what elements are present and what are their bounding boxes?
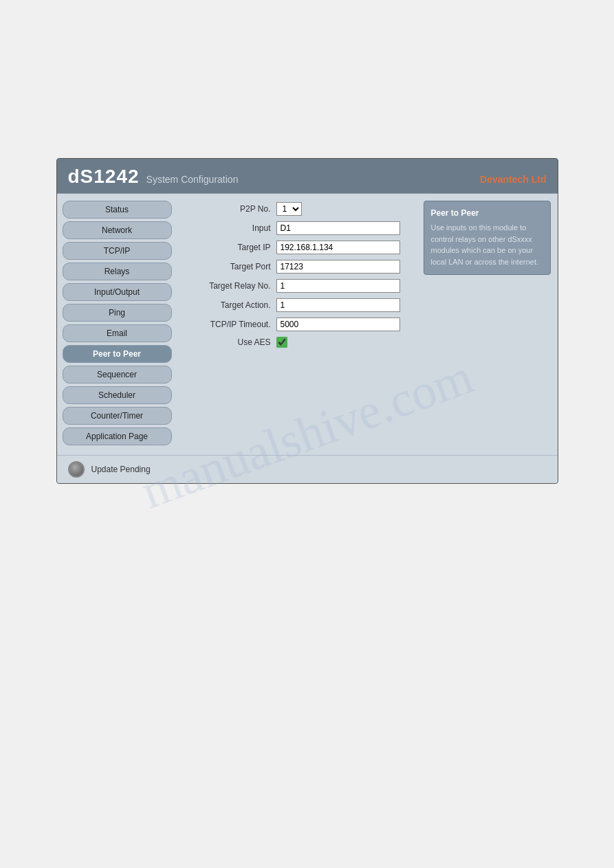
- target-action-field[interactable]: [276, 298, 400, 312]
- use-aes-row: Use AES: [188, 337, 413, 348]
- sidebar-item-relays[interactable]: Relays: [63, 263, 172, 280]
- input-row: Input: [188, 221, 413, 235]
- sidebar-item-tcpip[interactable]: TCP/IP: [63, 242, 172, 260]
- target-port-label: Target Port: [188, 262, 271, 271]
- tcpip-timeout-row: TCP/IP Timeout.: [188, 318, 413, 331]
- system-config-label: System Configuration: [146, 174, 239, 185]
- input-field[interactable]: [276, 221, 400, 235]
- header: dS1242 System Configuration Devantech Lt…: [57, 159, 558, 194]
- right-section: Peer to Peer Use inputs on this module t…: [424, 194, 558, 455]
- sidebar-item-status[interactable]: Status: [63, 201, 172, 219]
- target-ip-label: Target IP: [188, 243, 271, 252]
- target-ip-field[interactable]: [276, 241, 400, 254]
- target-action-row: Target Action.: [188, 298, 413, 312]
- bottom-bar: Update Pending: [57, 455, 558, 483]
- p2p-no-select[interactable]: 1 2 3 4: [276, 202, 302, 216]
- target-port-row: Target Port: [188, 260, 413, 274]
- target-action-label: Target Action.: [188, 300, 271, 310]
- use-aes-label: Use AES: [188, 337, 271, 347]
- sidebar-item-network[interactable]: Network: [63, 221, 172, 239]
- target-ip-row: Target IP: [188, 241, 413, 254]
- sidebar: Status Network TCP/IP Relays Input/Outpu…: [57, 194, 177, 455]
- info-panel-title: Peer to Peer: [431, 208, 543, 218]
- company-label: Devantech Ltd: [480, 174, 546, 185]
- info-panel: Peer to Peer Use inputs on this module t…: [424, 201, 551, 275]
- sidebar-item-email[interactable]: Email: [63, 324, 172, 342]
- sidebar-item-sequencer[interactable]: Sequencer: [63, 366, 172, 383]
- target-relay-no-field[interactable]: [276, 279, 400, 293]
- sidebar-item-inputoutput[interactable]: Input/Output: [63, 283, 172, 301]
- sidebar-item-ping[interactable]: Ping: [63, 304, 172, 322]
- tcpip-timeout-label: TCP/IP Timeout.: [188, 320, 271, 329]
- sidebar-item-applicationpage[interactable]: Application Page: [63, 427, 172, 445]
- sidebar-item-scheduler[interactable]: Scheduler: [63, 386, 172, 404]
- target-relay-no-label: Target Relay No.: [188, 281, 271, 291]
- content-area: P2P No. 1 2 3 4 Input Target IP: [177, 194, 424, 455]
- p2p-no-label: P2P No.: [188, 204, 271, 214]
- info-panel-text: Use inputs on this module to control rel…: [431, 222, 543, 267]
- main-panel: dS1242 System Configuration Devantech Lt…: [56, 158, 558, 484]
- target-relay-no-row: Target Relay No.: [188, 279, 413, 293]
- target-port-field[interactable]: [276, 260, 400, 274]
- brand-title: dS1242: [68, 166, 140, 188]
- tcpip-timeout-field[interactable]: [276, 318, 400, 331]
- body-layout: Status Network TCP/IP Relays Input/Outpu…: [57, 194, 558, 455]
- update-pending-label: Update Pending: [91, 465, 151, 474]
- input-label: Input: [188, 223, 271, 233]
- update-indicator-icon: [68, 461, 85, 478]
- sidebar-item-peertopeer[interactable]: Peer to Peer: [63, 345, 172, 363]
- header-left: dS1242 System Configuration: [68, 166, 239, 188]
- p2p-no-row: P2P No. 1 2 3 4: [188, 202, 413, 216]
- sidebar-item-countertimer[interactable]: Counter/Timer: [63, 407, 172, 425]
- use-aes-checkbox[interactable]: [276, 337, 287, 348]
